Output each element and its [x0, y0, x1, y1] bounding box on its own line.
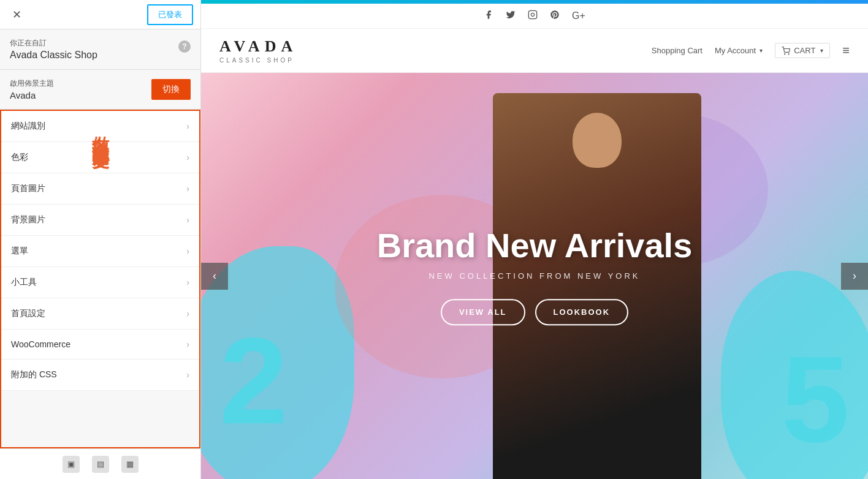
hero-slider: 2 5 Brand New Arrivals NEW COLLECTION FR… — [201, 73, 868, 479]
logo-sub-text: CLASSIC SHOP — [219, 57, 294, 64]
hero-number-right: 5 — [782, 338, 850, 461]
menu-item-label: 網站識別 — [11, 121, 45, 132]
customizing-label: 你正在自訂 — [10, 38, 97, 48]
site-header: AVADA CLASSIC SHOP Shopping Cart My Acco… — [201, 29, 868, 73]
menu-item-arrow: › — [186, 339, 189, 349]
slider-prev-button[interactable]: ‹ — [201, 263, 228, 290]
menu-item-arrow: › — [186, 309, 189, 319]
bottom-bar: ▣ ▤ ▦ — [0, 448, 200, 479]
twitter-icon[interactable] — [506, 10, 516, 22]
hero-number-left: 2 — [219, 320, 287, 442]
menu-item-label: 小工具 — [11, 277, 37, 288]
theme-label: 啟用佈景主題 — [10, 78, 54, 89]
hero-buttons: VIEW ALL LOOKBOOK — [351, 299, 718, 325]
instagram-icon[interactable] — [528, 10, 538, 22]
menu-item-woocommerce[interactable]: WooCommerce › — [1, 330, 199, 360]
theme-section: 啟用佈景主題 Avada 切換 — [0, 70, 200, 110]
cart-chevron-icon: ▾ — [820, 47, 823, 54]
lookbook-button[interactable]: LOOKBOOK — [535, 299, 629, 325]
header-nav: Shopping Cart My Account ▾ CART ▾ ≡ — [652, 43, 850, 58]
menu-item-menu[interactable]: 選單 › — [1, 236, 199, 267]
menu-item-site-identity[interactable]: 網站識別 › — [1, 111, 199, 142]
menu-item-label: 首頁設定 — [11, 308, 45, 319]
help-icon[interactable]: ? — [178, 40, 191, 53]
menu-item-label: 背景圖片 — [11, 214, 45, 225]
menu-item-header-image[interactable]: 頁首圖片 › — [1, 173, 199, 205]
menu-item-arrow: › — [186, 184, 189, 194]
cart-icon — [782, 47, 790, 55]
device-tablet-icon[interactable]: ▤ — [92, 456, 109, 473]
switch-theme-button[interactable]: 切換 — [151, 79, 191, 100]
pinterest-icon[interactable] — [550, 10, 560, 22]
logo-main-text: AVADA — [219, 37, 297, 56]
device-mobile-icon[interactable]: ▦ — [121, 456, 139, 473]
published-button[interactable]: 已發表 — [147, 4, 193, 25]
menu-item-widgets[interactable]: 小工具 › — [1, 267, 199, 298]
menu-item-homepage-settings[interactable]: 首頁設定 › — [1, 298, 199, 330]
customizing-title: Avada Classic Shop — [10, 50, 97, 61]
menu-item-arrow: › — [186, 246, 189, 256]
hero-subtitle: NEW COLLECTION FROM NEW YORK — [351, 271, 718, 281]
hamburger-menu-icon[interactable]: ≡ — [842, 43, 850, 58]
shopping-cart-link[interactable]: Shopping Cart — [652, 46, 702, 55]
cart-link[interactable]: CART ▾ — [775, 43, 830, 58]
model-face — [573, 113, 622, 168]
slider-next-button[interactable]: › — [841, 263, 868, 290]
my-account-link[interactable]: My Account ▾ — [715, 46, 763, 55]
svg-rect-0 — [528, 10, 536, 18]
menu-item-color[interactable]: 色彩 › — [1, 142, 199, 173]
menu-item-arrow: › — [186, 277, 189, 287]
svg-point-2 — [785, 53, 785, 54]
top-bar: ✕ 已發表 — [0, 0, 200, 29]
menu-item-arrow: › — [186, 153, 189, 162]
svg-point-3 — [788, 53, 789, 54]
menu-item-arrow: › — [186, 215, 189, 225]
menu-item-arrow: › — [186, 370, 189, 380]
menu-item-label: 頁首圖片 — [11, 183, 45, 194]
site-logo: AVADA CLASSIC SHOP — [219, 37, 297, 64]
social-bar: G+ — [201, 4, 868, 29]
left-panel: ✕ 已發表 你正在自訂 Avada Classic Shop ? 啟用佈景主題 … — [0, 0, 201, 479]
menu-list: 網站識別 › 色彩 › 頁首圖片 › 背景圖片 › 選單 › 小工具 › 首頁設… — [0, 110, 200, 448]
googleplus-icon[interactable]: G+ — [572, 10, 585, 21]
right-panel: G+ AVADA CLASSIC SHOP Shopping Cart My A… — [201, 0, 868, 479]
menu-item-background-image[interactable]: 背景圖片 › — [1, 205, 199, 236]
menu-item-label: 色彩 — [11, 152, 28, 163]
close-button[interactable]: ✕ — [7, 6, 26, 24]
device-desktop-icon[interactable]: ▣ — [63, 456, 80, 473]
view-all-button[interactable]: VIEW ALL — [441, 299, 525, 325]
menu-item-arrow: › — [186, 121, 189, 131]
menu-item-additional-css[interactable]: 附加的 CSS › — [1, 360, 199, 391]
menu-item-label: 選單 — [11, 246, 28, 257]
my-account-chevron-icon: ▾ — [760, 47, 763, 54]
menu-item-label: WooCommerce — [11, 339, 70, 349]
hero-title: Brand New Arrivals — [351, 227, 718, 265]
facebook-icon[interactable] — [484, 10, 493, 22]
theme-name: Avada — [10, 90, 54, 100]
menu-item-label: 附加的 CSS — [11, 369, 57, 380]
customizing-section: 你正在自訂 Avada Classic Shop ? — [0, 29, 200, 70]
hero-text: Brand New Arrivals NEW COLLECTION FROM N… — [351, 227, 718, 326]
